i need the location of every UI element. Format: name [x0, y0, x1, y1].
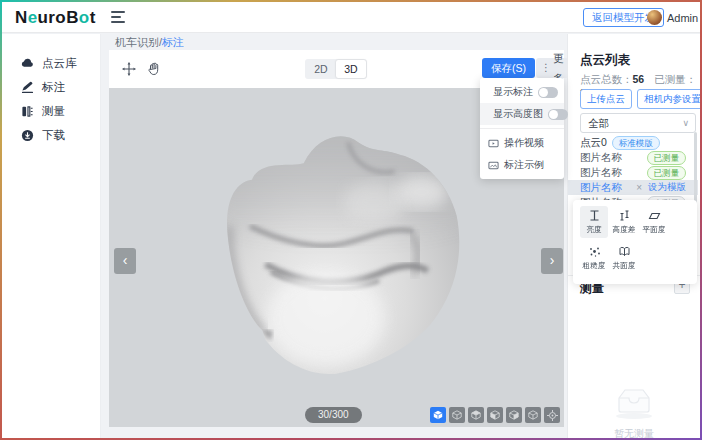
- pointcloud-panel: 点云列表 点云总数：56已测量：30 上传点云 相机内参设置 全部 ∨ 点云0 …: [567, 34, 700, 438]
- avatar: [647, 10, 662, 25]
- view-mode-2d[interactable]: 2D: [306, 60, 336, 78]
- roughness-icon: [588, 245, 601, 258]
- camera-intrinsics-button[interactable]: 相机内参设置: [637, 89, 700, 109]
- cloud-icon: [21, 57, 34, 70]
- menu-item-show-heightmap[interactable]: 显示高度图: [480, 103, 564, 125]
- pointcloud-group-row[interactable]: 点云0 标准模版: [580, 136, 660, 150]
- example-image-icon: [488, 160, 499, 171]
- menu-divider: [480, 128, 564, 129]
- top-header: NeuroBot 返回模型开发 Admin ▾: [2, 2, 700, 33]
- cube-filled-icon: [433, 410, 443, 420]
- menu-item-tutorial-video[interactable]: 操作视频: [480, 132, 564, 154]
- show-annotation-toggle[interactable]: [538, 87, 558, 98]
- sidebar-collapse-icon[interactable]: [111, 11, 125, 23]
- sidebar-item-label: 下载: [42, 128, 65, 143]
- menu-item-label: 显示高度图: [493, 107, 543, 121]
- image-name: 图片名称: [580, 166, 622, 180]
- logo-gear-e-icon: e: [28, 8, 38, 27]
- measure-tools-popup: 亮度 高度差 平面度 粗糙度 共面度: [573, 200, 697, 284]
- group-template-tag: 标准模版: [612, 136, 660, 150]
- more-button[interactable]: ⋮ 更多: [536, 58, 569, 78]
- logo-text: t: [90, 8, 96, 27]
- cube-wire-icon: [490, 410, 500, 420]
- more-dropdown-menu: 显示标注 显示高度图 操作视频 标注示例: [480, 78, 564, 179]
- sidebar-item-label: 标注: [42, 80, 65, 95]
- logo-text: uro: [38, 8, 67, 27]
- sidebar-item-annotation[interactable]: 标注: [21, 79, 65, 95]
- view-cube-right-button[interactable]: [506, 407, 522, 423]
- left-sidebar: 点云库 标注 测量 下载: [2, 34, 101, 438]
- empty-state-text: 暂无测量: [568, 427, 700, 438]
- view-cube-default-button[interactable]: [430, 407, 446, 423]
- upload-pointcloud-button[interactable]: 上传点云: [580, 89, 632, 109]
- measured-tag: 已测量: [647, 151, 687, 165]
- image-list-item-selected[interactable]: 图片名称 × 设为模版: [568, 180, 698, 195]
- tool-coplanarity[interactable]: 共面度: [610, 242, 638, 274]
- window-frame: NeuroBot 返回模型开发 Admin ▾ 点云库 标注 测量 下载 机车识…: [0, 0, 702, 440]
- sidebar-item-label: 点云库: [42, 56, 77, 71]
- image-list-item[interactable]: 图片名称 已测量: [568, 165, 698, 180]
- cube-wire-icon: [452, 410, 462, 420]
- filter-select-value: 全部: [588, 117, 609, 129]
- save-button[interactable]: 保存(S): [482, 58, 535, 78]
- tooth-3d-model[interactable]: [219, 128, 467, 376]
- chevron-down-icon: ∨: [682, 114, 689, 132]
- panel-title: 点云列表: [580, 52, 630, 69]
- menu-item-label: 显示标注: [493, 85, 533, 99]
- tool-flatness[interactable]: 平面度: [640, 206, 668, 238]
- empty-box-icon: [609, 384, 659, 420]
- tool-label: 亮度: [586, 224, 601, 234]
- hand-drag-icon[interactable]: [146, 61, 162, 77]
- breadcrumb-parent[interactable]: 机车识别: [115, 36, 159, 48]
- frame-counter: 30/300: [305, 407, 362, 423]
- video-icon: [488, 138, 499, 149]
- view-cube-front-button[interactable]: [449, 407, 465, 423]
- sidebar-item-measure[interactable]: 测量: [21, 103, 65, 119]
- sidebar-item-pointcloud-library[interactable]: 点云库: [21, 55, 77, 71]
- tool-height-diff[interactable]: 高度差: [610, 206, 638, 238]
- prev-arrow-button[interactable]: ‹: [114, 248, 136, 274]
- pan-move-icon[interactable]: [121, 61, 137, 77]
- tool-label: 粗糙度: [583, 260, 606, 270]
- view-cube-back-button[interactable]: [468, 407, 484, 423]
- tool-height[interactable]: 亮度: [580, 206, 608, 238]
- next-arrow-button[interactable]: ›: [541, 248, 563, 274]
- tool-label: 共面度: [613, 260, 636, 270]
- view-mode-switcher: 2D 3D: [305, 59, 367, 79]
- show-heightmap-toggle[interactable]: [548, 109, 568, 120]
- tool-roughness[interactable]: 粗糙度: [580, 242, 608, 274]
- view-cube-top-button[interactable]: [525, 407, 541, 423]
- crosshair-icon: [547, 410, 558, 421]
- app-logo: NeuroBot: [15, 8, 96, 28]
- menu-item-label: 标注示例: [504, 158, 544, 172]
- breadcrumb-current: 标注: [162, 36, 184, 48]
- close-icon[interactable]: ×: [636, 182, 642, 193]
- list-scrollbar[interactable]: [694, 132, 697, 206]
- menu-item-show-annotation[interactable]: 显示标注: [480, 81, 564, 103]
- tools-grid: 亮度 高度差 平面度 粗糙度 共面度: [579, 206, 691, 278]
- height-diff-icon: [618, 209, 631, 222]
- measured-tag: 已测量: [647, 166, 687, 180]
- measure-icon: [21, 105, 34, 118]
- set-as-template-link[interactable]: 设为模版: [648, 181, 686, 194]
- cube-wire-icon: [509, 410, 519, 420]
- more-dots-icon: ⋮: [541, 58, 551, 78]
- sidebar-item-download[interactable]: 下载: [21, 127, 65, 143]
- flatness-icon: [648, 209, 661, 222]
- logo-gear-o-icon: o: [79, 8, 90, 27]
- download-icon: [21, 129, 34, 142]
- coplanarity-icon: [618, 245, 631, 258]
- stat-total-value: 56: [633, 73, 645, 85]
- filter-select[interactable]: 全部 ∨: [580, 113, 696, 133]
- image-list-item[interactable]: 图片名称 已测量: [568, 150, 698, 165]
- cube-wire-icon: [528, 410, 538, 420]
- stat-measured-label: 已测量：: [654, 73, 696, 85]
- user-menu[interactable]: Admin ▾: [647, 10, 700, 25]
- app-root: NeuroBot 返回模型开发 Admin ▾ 点云库 标注 测量 下载 机车识…: [2, 2, 700, 438]
- view-cube-left-button[interactable]: [487, 407, 503, 423]
- recenter-view-button[interactable]: [544, 407, 560, 423]
- menu-item-annotation-example[interactable]: 标注示例: [480, 154, 564, 176]
- view-mode-3d[interactable]: 3D: [336, 60, 366, 78]
- breadcrumb: 机车识别/标注: [115, 35, 184, 50]
- empty-state: 暂无测量: [568, 384, 700, 438]
